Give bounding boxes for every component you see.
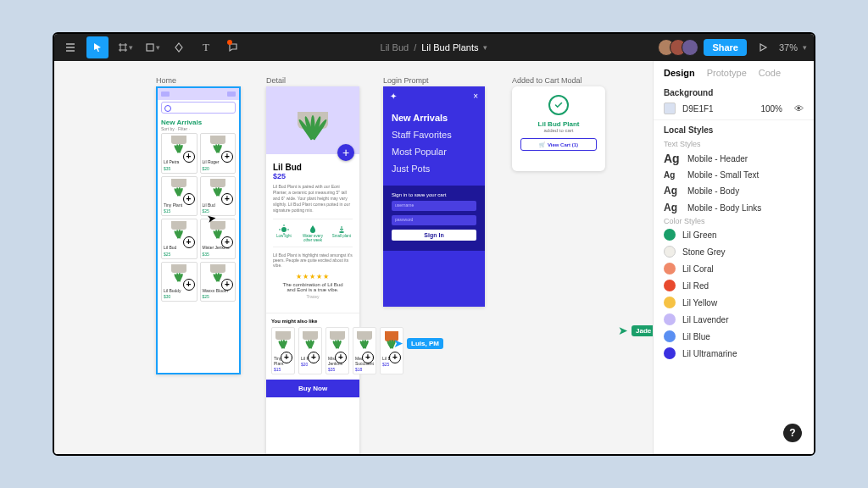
bg-swatch[interactable] [664, 103, 676, 114]
rec-card: + Mister Jenkins$35 [326, 327, 349, 374]
add-circle-icon: + [362, 352, 374, 363]
login-form: Sign in to save your cart username passw… [383, 186, 485, 251]
artboard-modal[interactable]: Lil Bud Plant added to cart 🛒View Cart (… [512, 86, 605, 171]
detail-product-name: Lil Bud [273, 163, 353, 172]
panel-tab[interactable]: Code [759, 68, 781, 78]
pen-tool-icon[interactable] [168, 36, 190, 58]
detail-hero: + [266, 86, 359, 154]
product-card: + Lil Petra$35 [161, 133, 198, 174]
buy-now-button: Buy Now [266, 380, 359, 397]
color-style-item[interactable]: Lil Coral [664, 263, 804, 274]
review-quote: The combination of Lil Bud and Eoni is a… [280, 282, 346, 292]
local-styles-section: Local Styles Text Styles AgMobile - Head… [654, 120, 814, 454]
recommendations: You might also like + Tiny Plant$15 + Li… [266, 313, 359, 380]
toolbar-left: ▾ ▾ T [54, 34, 249, 61]
rec-card: + Tiny Plant$15 [271, 327, 295, 374]
panel-tabs: DesignPrototypeCode [654, 61, 814, 83]
color-styles-list: Lil GreenStone GreyLil CoralLil RedLil Y… [664, 229, 804, 359]
move-tool-icon[interactable] [86, 36, 108, 58]
design-canvas[interactable]: Home New Arrivals Sort by · Filter · + L… [54, 61, 653, 454]
check-icon [548, 95, 569, 115]
add-circle-icon: + [221, 151, 233, 163]
add-circle-icon: + [308, 352, 320, 363]
avatar[interactable] [682, 39, 698, 56]
properties-panel: DesignPrototypeCode Background D9E1F1 10… [653, 61, 814, 454]
password-field: password [392, 215, 476, 225]
add-circle-icon: + [183, 236, 195, 248]
bg-hex[interactable]: D9E1F1 [682, 104, 714, 114]
login-form-label: Sign in to save your cart [392, 192, 476, 197]
add-circle-icon: + [183, 151, 195, 163]
collaborator-cursor-luis: ➤Luis, PM [393, 336, 440, 351]
login-nav-item: Just Pots [392, 160, 476, 177]
file-name: Lil Bud Plants [421, 42, 478, 53]
artboard-login[interactable]: ✦ × New ArrivalsStaff FavoritesMost Popu… [383, 86, 485, 307]
login-nav-item: Most Popular [392, 143, 476, 160]
shape-tool-icon[interactable]: ▾ [141, 36, 163, 58]
home-subtitle: Sort by · Filter · [158, 126, 239, 133]
detail-description: Lil Bud Plant is paired with our Eoni Pl… [273, 184, 353, 214]
background-section: Background D9E1F1 100% 👁 [654, 83, 814, 120]
add-circle-icon: + [221, 236, 233, 248]
menu-icon[interactable] [59, 36, 81, 58]
rec-row: + Tiny Plant$15 + Lil Roger$20 + Mister … [271, 327, 354, 374]
visibility-icon[interactable]: 👁 [794, 103, 804, 114]
product-card: + Mister Jenkins$35 [200, 219, 236, 259]
color-styles-title: Color Styles [664, 217, 804, 225]
care-item: Small plant [331, 223, 353, 243]
panel-tab[interactable]: Design [664, 68, 695, 78]
bg-opacity[interactable]: 100% [760, 104, 782, 114]
collaborator-cursor-jade: ➤Jade [618, 324, 652, 338]
artboard-detail[interactable]: + Lil Bud $25 Lil Bud Plant is paired wi… [266, 86, 359, 454]
cart-icon: 🛒 [539, 141, 545, 147]
add-circle-icon: + [183, 279, 195, 291]
text-style-item[interactable]: AgMobile - Header [664, 152, 804, 165]
comment-tool-icon[interactable] [222, 36, 244, 58]
color-style-item[interactable]: Lil Ultramarine [664, 347, 804, 359]
home-title: New Arrivals [158, 115, 239, 126]
rec-card: + Lil Roger$20 [298, 327, 322, 374]
detail-subcopy: Lil Bud Plant is highlight rated amongst… [273, 252, 353, 268]
view-cart-button: 🛒View Cart (1) [520, 138, 597, 151]
color-style-item[interactable]: Lil Blue [664, 330, 804, 342]
svg-point-1 [281, 227, 287, 232]
modal-product-name: Lil Bud Plant [520, 120, 597, 128]
signin-button: Sign In [392, 230, 476, 241]
app-body: Home New Arrivals Sort by · Filter · + L… [54, 61, 814, 454]
panel-tab[interactable]: Prototype [707, 68, 747, 78]
file-title[interactable]: Lil Bud / Lil Bud Plants ▾ [381, 42, 488, 53]
text-style-item[interactable]: AgMobile - Body [664, 185, 804, 197]
review-stars: ★★★★★ [273, 273, 353, 280]
collaborator-avatars[interactable] [658, 39, 698, 56]
text-tool-icon[interactable]: T [195, 36, 217, 58]
close-icon: × [473, 92, 478, 101]
cursor-tag: Jade [632, 325, 653, 336]
frame-tool-icon[interactable]: ▾ [114, 36, 136, 58]
color-style-item[interactable]: Lil Red [664, 280, 804, 291]
add-circle-icon: + [389, 352, 401, 363]
outer-frame: ▾ ▾ T Lil Bud / Lil Bud Plants ▾ Share 3… [0, 0, 868, 488]
care-item: Low light [273, 223, 295, 243]
color-style-item[interactable]: Stone Grey [664, 246, 804, 258]
product-card: + Lil Bud$25 [161, 219, 198, 259]
help-button[interactable]: ? [783, 424, 802, 442]
share-button[interactable]: Share [704, 39, 747, 56]
color-style-item[interactable]: Lil Green [664, 229, 804, 241]
present-icon[interactable] [752, 36, 774, 58]
zoom-level[interactable]: 37% [779, 42, 798, 53]
login-nav-item: New Arrivals [392, 109, 476, 126]
frame-label-detail[interactable]: Detail [266, 76, 286, 85]
frame-label-home[interactable]: Home [156, 76, 176, 85]
project-name: Lil Bud [381, 42, 409, 53]
text-style-item[interactable]: AgMobile - Small Text [664, 170, 804, 180]
toolbar-right: Share 37% ▾ [651, 34, 814, 61]
color-style-item[interactable]: Lil Yellow [664, 297, 804, 308]
login-nav-item: Staff Favorites [392, 126, 476, 143]
frame-label-login[interactable]: Login Prompt [383, 76, 429, 85]
text-style-item[interactable]: AgMobile - Body Links [664, 202, 804, 214]
frame-label-modal[interactable]: Added to Cart Modal [512, 76, 582, 85]
product-card: + Waxxx Bloom$25 [200, 262, 236, 302]
artboard-home[interactable]: New Arrivals Sort by · Filter · + Lil Pe… [156, 86, 241, 374]
add-circle-icon: + [281, 352, 292, 363]
color-style-item[interactable]: Lil Lavender [664, 313, 804, 325]
